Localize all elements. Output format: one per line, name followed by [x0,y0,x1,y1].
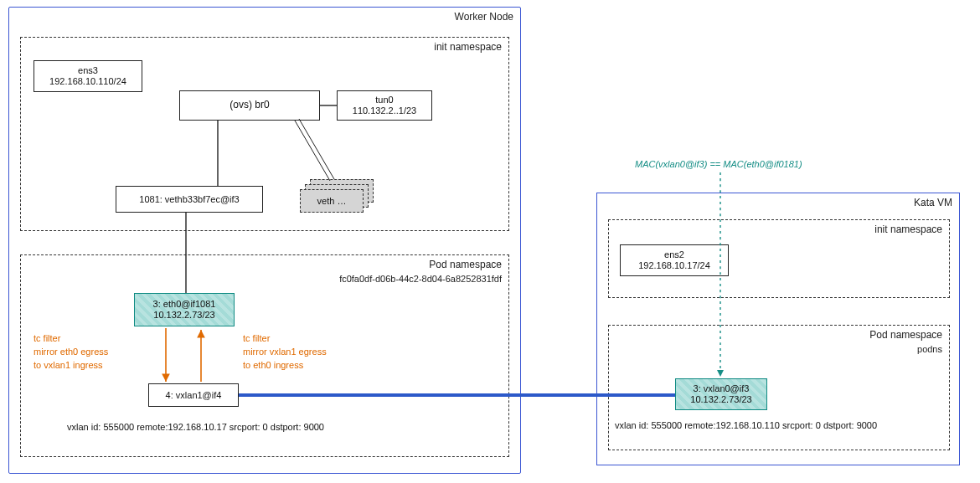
kata-pod-ns: Pod namespace podns [608,325,950,450]
ens2-ip: 192.168.10.17/24 [638,260,710,271]
pod-vxlan1: 4: vxlan1@if4 [148,383,239,407]
tc-right-l3: to eth0 ingress [243,360,303,370]
ens3-name: ens3 [78,65,98,76]
kata-pod-ns-title: Pod namespace [869,329,942,341]
veth-stack: veth … [300,189,364,213]
tc-left-l3: to vxlan1 ingress [34,360,103,370]
kata-vxlan0-line2: 10.132.2.73/23 [690,394,751,405]
ens2-name: ens2 [664,249,684,260]
kata-vxlan0: 3: vxlan0@if3 10.132.2.73/23 [675,378,767,410]
mac-note: MAC(vxlan0@if3) == MAC(eth0@if0181) [635,159,802,169]
vethpair-1081: 1081: vethb33bf7ec@if3 [116,186,263,213]
kata-vxlan-details: vxlan id: 555000 remote:192.168.10.110 s… [615,420,877,430]
kata-vm-title: Kata VM [914,197,952,208]
kata-pod-ns-subtitle: podns [917,344,942,354]
br0-box: (ovs) br0 [179,90,320,121]
worker-init-ns-title: init namespace [434,41,502,53]
worker-node-title: Worker Node [455,11,513,23]
worker-vxlan-details: vxlan id: 555000 remote:192.168.10.17 sr… [67,422,324,432]
veth-stack-label: veth … [317,196,347,207]
pod-eth0-line1: 3: eth0@if1081 [153,299,216,310]
tun0-ip: 110.132.2..1/23 [353,105,416,116]
tun0-name: tun0 [375,95,393,105]
worker-pod-ns-title: Pod namespace [429,259,502,270]
kata-vxlan0-line1: 3: vxlan0@if3 [694,383,750,394]
tun0-box: tun0 110.132.2..1/23 [337,90,432,121]
tc-right-l1: tc filter [243,333,270,343]
ens3-box: ens3 192.168.10.110/24 [34,60,142,92]
worker-pod-ns-id: fc0fa0df-d06b-44c2-8d04-6a8252831fdf [339,274,502,284]
diagram-canvas: Worker Node init namespace ens3 192.168.… [0,0,980,483]
pod-eth0-line2: 10.132.2.73/23 [153,310,214,321]
pod-vxlan1-name: 4: vxlan1@if4 [166,390,222,401]
tc-left-l1: tc filter [34,333,60,343]
tc-left-l2: mirror eth0 egress [34,347,108,357]
vethpair-1081-name: 1081: vethb33bf7ec@if3 [139,194,239,205]
pod-eth0: 3: eth0@if1081 10.132.2.73/23 [134,293,235,326]
kata-init-ns-title: init namespace [874,224,942,235]
ens3-ip: 192.168.10.110/24 [49,76,126,87]
tc-right-l2: mirror vxlan1 egress [243,347,327,357]
ens2-box: ens2 192.168.10.17/24 [620,244,729,276]
br0-name: (ovs) br0 [230,100,269,111]
